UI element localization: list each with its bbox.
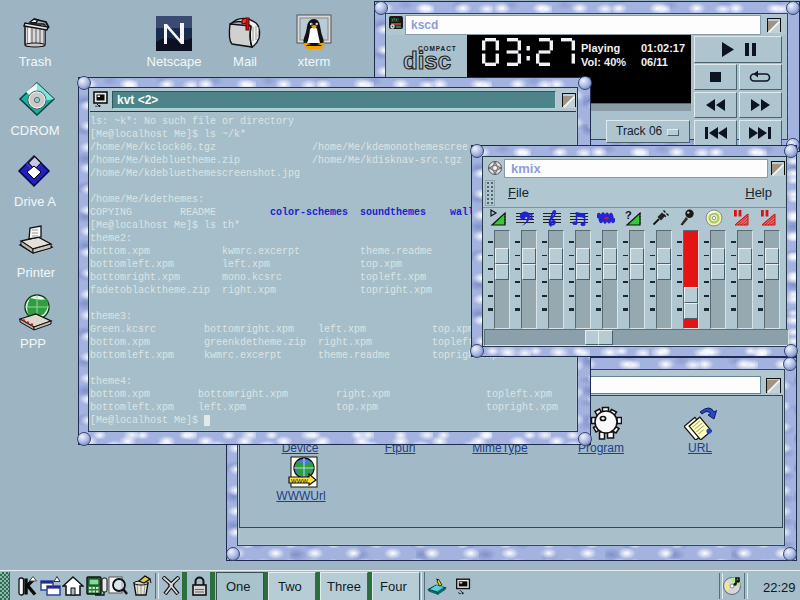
svg-text:WWW: WWW (291, 478, 308, 484)
svg-text:?: ? (625, 209, 632, 221)
